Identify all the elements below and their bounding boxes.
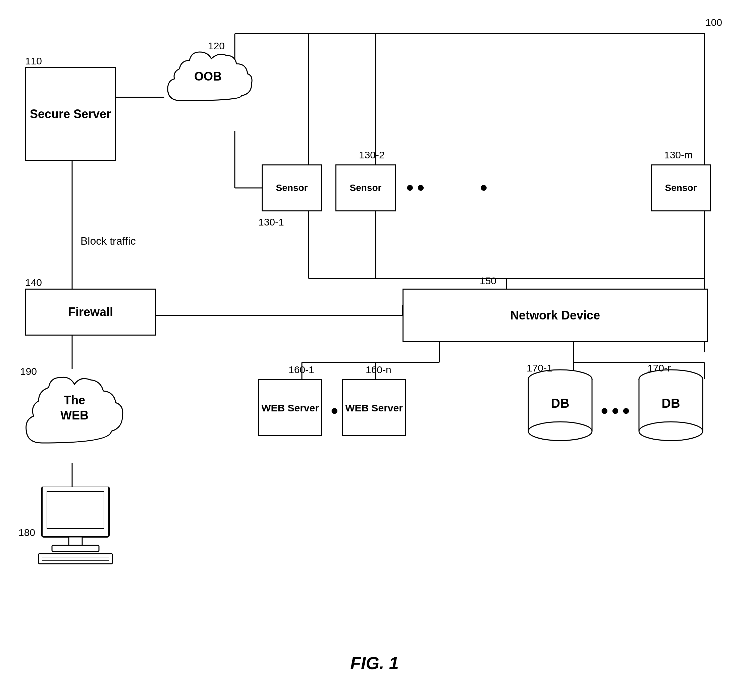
ref-160-n: 160-n bbox=[365, 364, 391, 375]
svg-text:DB: DB bbox=[662, 396, 680, 411]
ref-100: 100 bbox=[705, 17, 722, 28]
sensor2-box: Sensor bbox=[335, 164, 396, 211]
ref-130-2: 130-2 bbox=[359, 149, 385, 161]
svg-rect-48 bbox=[69, 537, 82, 545]
ref-130-1: 130-1 bbox=[258, 216, 284, 228]
ref-180: 180 bbox=[18, 527, 35, 538]
svg-point-36 bbox=[528, 422, 592, 441]
svg-rect-50 bbox=[38, 554, 112, 564]
svg-rect-47 bbox=[47, 492, 104, 528]
db-dots: ●●● bbox=[601, 403, 633, 418]
sensor-dot2: ● bbox=[480, 179, 491, 195]
ref-120: 120 bbox=[208, 40, 225, 52]
ref-110: 110 bbox=[25, 55, 42, 67]
svg-text:OOB: OOB bbox=[194, 69, 222, 83]
figure-label: FIG. 1 bbox=[350, 653, 399, 673]
web-server-n-box: WEB Server bbox=[342, 379, 406, 436]
sensor-m-box: Sensor bbox=[651, 164, 711, 211]
ref-130-m: 130-m bbox=[664, 149, 692, 161]
ref-170-r: 170-r bbox=[647, 362, 671, 374]
ref-150: 150 bbox=[480, 275, 497, 286]
the-web-cloud: The WEB bbox=[20, 366, 127, 464]
computer-icon bbox=[32, 487, 119, 568]
ref-170-1: 170-1 bbox=[527, 362, 552, 374]
sensor1-box: Sensor bbox=[261, 164, 322, 211]
oob-cloud: OOB bbox=[161, 40, 255, 126]
block-traffic-label: Block traffic bbox=[81, 235, 136, 247]
secure-server-box: Secure Server bbox=[25, 67, 116, 161]
diagram: 100 Secure Server 110 OOB 120 Sensor 130… bbox=[0, 0, 749, 700]
web-server1-box: WEB Server bbox=[258, 379, 322, 436]
svg-text:WEB: WEB bbox=[60, 408, 89, 422]
svg-text:The: The bbox=[64, 393, 85, 407]
ref-160-1: 160-1 bbox=[289, 364, 314, 375]
db1-cylinder: DB bbox=[527, 369, 594, 444]
ref-190: 190 bbox=[20, 366, 37, 377]
svg-text:DB: DB bbox=[551, 396, 570, 411]
firewall-box: Firewall bbox=[25, 289, 156, 335]
db-r-cylinder: DB bbox=[637, 369, 705, 444]
ref-140: 140 bbox=[25, 277, 42, 288]
sensor-dots: ●● bbox=[406, 179, 427, 195]
svg-rect-49 bbox=[52, 545, 99, 551]
network-device-box: Network Device bbox=[402, 289, 708, 342]
svg-point-42 bbox=[639, 422, 703, 441]
